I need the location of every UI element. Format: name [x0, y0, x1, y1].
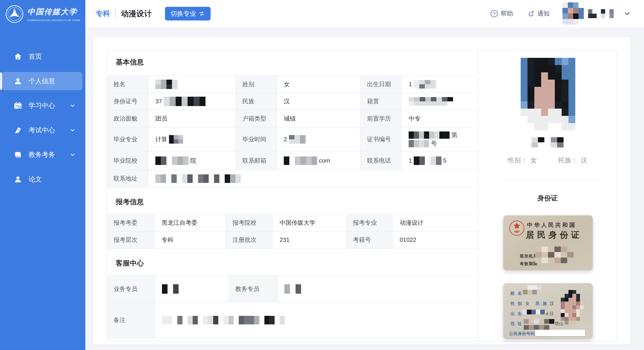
redacted-block: [409, 132, 450, 139]
redacted-block: [409, 140, 429, 147]
field-value: 专科: [155, 232, 226, 248]
field-value: 中专: [402, 110, 478, 127]
sidebar-item-profile[interactable]: 个人信息: [2, 72, 82, 90]
profile-panel: 基本信息姓名姓别女出生日期1身份证号37民族汉籍贯政治面貌团员户籍类型城镇前置学…: [107, 50, 617, 342]
field-value: 院: [148, 152, 236, 170]
field-label: 姓名: [107, 76, 148, 92]
redacted-block: [284, 284, 301, 294]
redacted-block: [414, 156, 442, 165]
pen-icon: [14, 126, 22, 134]
chevron-down-icon: [70, 127, 76, 133]
idcard-idno-label: 公民身份号码: [509, 331, 535, 336]
sidebar-item-label: 首页: [28, 52, 42, 61]
sidebar-item-label: 教务考务: [28, 150, 55, 159]
sidebar-item-study[interactable]: 学习中心: [0, 96, 85, 115]
current-major: 动漫设计: [121, 8, 152, 19]
question-circle-icon: ?: [490, 10, 498, 18]
field-value: 计算: [148, 128, 236, 151]
field-value: 城镇: [277, 110, 360, 127]
idcard-ethnic-label: 民 族: [536, 301, 548, 306]
redacted-block: [284, 156, 317, 165]
sidebar-item-exam[interactable]: 考试中心: [0, 121, 85, 139]
field-label: 毕业时间: [236, 128, 277, 151]
program-level: 专科: [96, 9, 110, 18]
service-table: 业务专员教务专员备注: [107, 275, 478, 338]
field-value: [278, 276, 478, 302]
user-icon: [14, 77, 22, 85]
section-title-basic: 基本信息: [116, 58, 478, 67]
field-label: 报考考委: [107, 214, 155, 231]
id-card-front-image[interactable]: 姓 名 性 别 女 民 族 汉 出 生 4 日 住 址 塔山 公民身份号码: [503, 283, 593, 339]
field-value: [148, 76, 236, 92]
avatar[interactable]: [562, 2, 584, 25]
field-label: 证书编号: [360, 128, 402, 151]
sidebar-item-label: 论文: [28, 175, 42, 184]
field-value: 汉: [277, 93, 360, 110]
field-value: 15: [402, 152, 478, 170]
chevron-down-icon[interactable]: [624, 10, 630, 17]
help-button[interactable]: ? 帮助: [490, 10, 513, 18]
redacted-block: [289, 135, 306, 144]
sidebar-item-affairs[interactable]: 教务考务: [0, 146, 85, 164]
table-row: 毕业院校院联系邮箱com联系电话15: [107, 152, 478, 170]
field-label: 毕业院校: [107, 152, 148, 170]
field-value: [155, 302, 478, 338]
idcard-doc-title: 居民身份证: [526, 229, 582, 241]
sidebar: 中国传媒大学 COMMUNICATION UNIVERSITY OF CHINA…: [0, 0, 85, 350]
field-value: 37: [148, 93, 236, 110]
table-row: 政治面貌团员户籍类型城镇前置学历中专: [107, 110, 478, 128]
field-label: 联系电话: [360, 152, 402, 170]
table-row: 业务专员教务专员: [107, 276, 478, 302]
main-content: 基本信息姓名姓别女出生日期1身份证号37民族汉籍贯政治面貌团员户籍类型城镇前置学…: [85, 28, 644, 350]
notification-dot: [532, 11, 534, 12]
field-value: [402, 93, 478, 110]
redacted-block: [162, 284, 178, 294]
table-row: 备注: [107, 302, 478, 338]
redacted-block: [524, 325, 554, 330]
field-value: 动漫设计: [393, 214, 478, 231]
redacted-block: [522, 310, 545, 314]
field-label: 籍贯: [360, 93, 402, 110]
sidebar-item-thesis[interactable]: 论文: [0, 170, 85, 188]
table-row: 身份证号37民族汉籍贯: [107, 93, 478, 110]
redacted-block: [521, 58, 575, 130]
redacted-block: [588, 9, 614, 18]
idno-cover-strip: [535, 330, 585, 336]
redacted-block: [162, 316, 285, 324]
id-card-back-image[interactable]: 中华人民共和国 居民身份证 签发机关 有效期限: [503, 215, 593, 270]
redacted-block: [169, 135, 183, 144]
switch-major-button[interactable]: 切换专业: [165, 7, 210, 20]
idcard-sex-label: 性 别: [510, 301, 523, 306]
field-label: 民族: [236, 93, 277, 110]
redacted-block: [409, 97, 453, 106]
breadcrumb: 专科 动漫设计 切换专业: [96, 7, 210, 20]
redacted-block: [562, 2, 584, 24]
sidebar-nav: 首页个人信息学习中心考试中心教务考务论文: [0, 48, 85, 195]
university-name-cn: 中国传媒大学: [27, 6, 80, 17]
apply-table: 报考考委黑龙江自考委报考院校中国传媒大学报考专业动漫设计报考层次专科注册批次23…: [107, 214, 478, 249]
section-title-apply: 报考信息: [116, 197, 478, 207]
notifications-button[interactable]: 通知: [527, 10, 550, 18]
redacted-block: [532, 137, 564, 148]
field-label: 户籍类型: [236, 110, 277, 127]
university-emblem-icon: [5, 5, 24, 24]
book-icon: [14, 150, 22, 159]
redacted-block: [155, 156, 189, 165]
idcard-birth-visible: 4 日: [546, 311, 554, 317]
field-label: 报考专业: [346, 214, 393, 231]
user-icon: [14, 175, 22, 184]
bell-icon: [527, 10, 535, 18]
svg-text:?: ?: [493, 12, 496, 16]
divider: [504, 180, 601, 180]
idcard-addr-label: 住 址: [510, 321, 523, 326]
field-label: 前置学历: [360, 110, 402, 127]
table-row: 报考考委黑龙江自考委报考院校中国传媒大学报考专业动漫设计: [107, 214, 478, 232]
field-label: 联系邮箱: [236, 152, 277, 170]
ethnic-field: 民族：汉: [558, 156, 587, 165]
sidebar-item-home[interactable]: 首页: [0, 48, 85, 66]
field-label: 姓别: [236, 76, 277, 92]
notifications-label: 通知: [537, 10, 550, 18]
profile-card: 基本信息姓名姓别女出生日期1身份证号37民族汉籍贯政治面貌团员户籍类型城镇前置学…: [93, 37, 630, 344]
idcard-ethnic-value: 汉: [550, 301, 554, 306]
redacted-block: [523, 285, 542, 294]
